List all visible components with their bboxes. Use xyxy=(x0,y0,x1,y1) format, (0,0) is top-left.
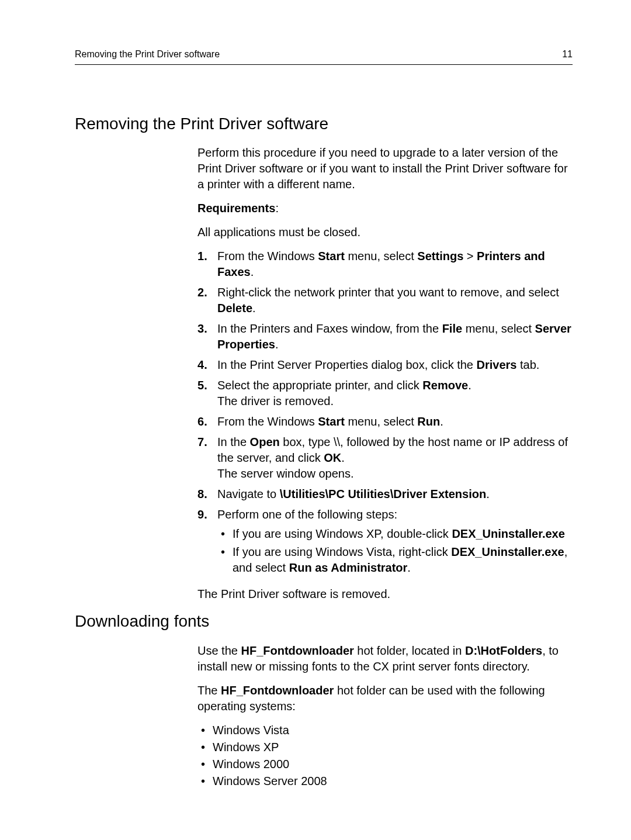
text: From the Windows xyxy=(217,415,318,428)
text: hot folder, located in xyxy=(354,644,465,657)
text: Use the xyxy=(197,644,241,657)
text: In the Print Server Properties dialog bo… xyxy=(217,358,477,371)
text: In the Printers and Faxes window, from t… xyxy=(217,322,442,335)
text: . xyxy=(440,415,443,428)
substep-vista: If you are using Windows Vista, right-cl… xyxy=(217,544,573,576)
bold: OK xyxy=(324,451,341,464)
bold: Drivers xyxy=(477,358,517,371)
text: menu, select xyxy=(345,415,418,428)
page: Removing the Print Driver software 11 Re… xyxy=(0,0,631,814)
step-9: Perform one of the following steps: If y… xyxy=(197,507,573,576)
header-title: Removing the Print Driver software xyxy=(75,48,220,61)
bold: Remove xyxy=(422,379,468,392)
bold: Settings xyxy=(417,250,463,262)
section2-body: Use the HF_Fontdownloader hot folder, lo… xyxy=(197,643,573,789)
substep-xp: If you are using Windows XP, double-clic… xyxy=(217,526,573,542)
os-list: Windows Vista Windows XP Windows 2000 Wi… xyxy=(197,723,573,789)
bold: HF_Fontdownloader xyxy=(241,644,353,657)
text: . xyxy=(407,561,411,574)
step-6: From the Windows Start menu, select Run. xyxy=(197,414,573,430)
text: The driver is removed. xyxy=(217,395,334,407)
running-header: Removing the Print Driver software 11 xyxy=(75,48,573,65)
procedure-steps: From the Windows Start menu, select Sett… xyxy=(197,248,573,576)
text: The server window opens. xyxy=(217,467,353,480)
bold: Run xyxy=(417,415,440,428)
bold: Run as Administrator xyxy=(289,561,408,574)
text: . xyxy=(468,379,471,392)
text: > xyxy=(463,250,477,262)
step-3: In the Printers and Faxes window, from t… xyxy=(197,321,573,352)
text: In the xyxy=(217,435,250,448)
list-item: Windows Server 2008 xyxy=(197,773,573,789)
text: . xyxy=(275,338,279,351)
requirements-line: Requirements: xyxy=(197,201,573,216)
step-8: Navigate to \Utilities\PC Utilities\Driv… xyxy=(197,486,573,502)
text: If you are using Windows Vista, right-cl… xyxy=(233,545,451,558)
text: If you are using Windows XP, double-clic… xyxy=(233,527,452,540)
step-5: Select the appropriate printer, and clic… xyxy=(197,378,573,409)
section-heading-fonts: Downloading fonts xyxy=(75,610,573,632)
text: . xyxy=(252,302,256,314)
page-number: 11 xyxy=(562,48,573,61)
fonts-p2: The HF_Fontdownloader hot folder can be … xyxy=(197,683,573,714)
bold: Start xyxy=(318,250,345,262)
bold: File xyxy=(442,322,462,335)
list-item: Windows 2000 xyxy=(197,756,573,772)
text: Navigate to xyxy=(217,488,280,500)
bold: DEX_Uninstaller.exe xyxy=(451,545,564,558)
bold: \Utilities\PC Utilities\Driver Extension xyxy=(280,488,486,500)
requirements-text: All applications must be closed. xyxy=(197,224,573,240)
step-7: In the Open box, type \\, followed by th… xyxy=(197,434,573,482)
text: menu, select xyxy=(345,250,418,262)
text: The xyxy=(197,684,221,697)
bold: Delete xyxy=(217,302,252,314)
intro-paragraph: Perform this procedure if you need to up… xyxy=(197,145,573,192)
text: Perform one of the following steps: xyxy=(217,508,397,521)
step-2: Right-click the network printer that you… xyxy=(197,285,573,316)
section1-body: Perform this procedure if you need to up… xyxy=(197,145,573,602)
text: . xyxy=(251,265,254,278)
text: menu, select xyxy=(462,322,535,335)
step-1: From the Windows Start menu, select Sett… xyxy=(197,248,573,280)
text: Right-click the network printer that you… xyxy=(217,286,559,299)
list-item: Windows Vista xyxy=(197,723,573,738)
text: Select the appropriate printer, and clic… xyxy=(217,379,422,392)
list-item: Windows XP xyxy=(197,739,573,755)
step-4: In the Print Server Properties dialog bo… xyxy=(197,357,573,373)
bold: DEX_Uninstaller.exe xyxy=(452,527,564,540)
step-9-substeps: If you are using Windows XP, double-clic… xyxy=(217,526,573,576)
text: . xyxy=(341,451,345,464)
bold: Open xyxy=(250,435,280,448)
outro-paragraph: The Print Driver software is removed. xyxy=(197,586,573,602)
bold: Start xyxy=(318,415,345,428)
text: tab. xyxy=(516,358,539,371)
requirements-label: Requirements xyxy=(197,202,275,215)
bold: HF_Fontdownloader xyxy=(221,684,334,697)
bold: D:\HotFolders xyxy=(465,644,542,657)
fonts-p1: Use the HF_Fontdownloader hot folder, lo… xyxy=(197,643,573,675)
text: . xyxy=(486,488,490,500)
text: From the Windows xyxy=(217,250,318,262)
section-heading-removing: Removing the Print Driver software xyxy=(75,113,573,135)
